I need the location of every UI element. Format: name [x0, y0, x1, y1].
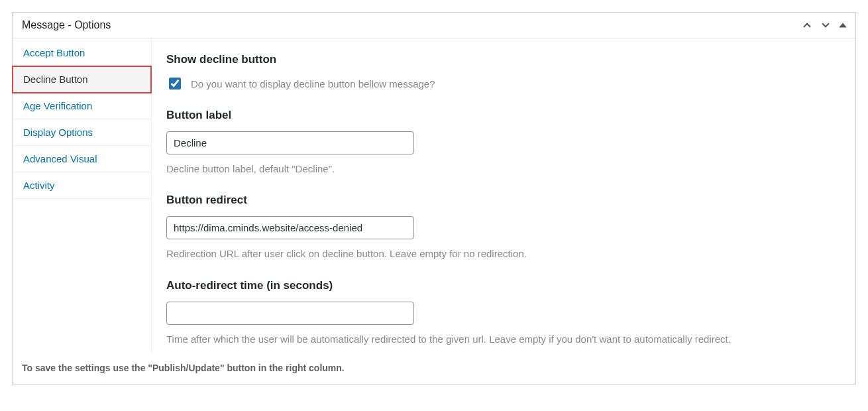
- tab-content: Show decline button Do you want to displ…: [152, 38, 855, 353]
- tab-accept-button[interactable]: Accept Button: [13, 40, 151, 66]
- tab-decline-button[interactable]: Decline Button: [13, 66, 151, 93]
- settings-panel: Message - Options Accept Button Decline …: [12, 12, 856, 384]
- input-button-redirect[interactable]: [166, 216, 414, 239]
- help-button-redirect: Redirection URL after user click on decl…: [166, 246, 841, 261]
- help-auto-redirect: Time after which the user will be automa…: [166, 331, 841, 347]
- chevron-up-icon[interactable]: [801, 19, 813, 31]
- heading-button-label: Button label: [166, 109, 841, 122]
- panel-actions: [801, 19, 847, 31]
- heading-show-decline: Show decline button: [166, 53, 841, 66]
- panel-header: Message - Options: [13, 13, 855, 38]
- label-show-decline: Do you want to display decline button be…: [191, 78, 435, 89]
- collapse-icon[interactable]: [838, 21, 847, 30]
- tabs-sidebar: Accept Button Decline Button Age Verific…: [13, 38, 152, 353]
- input-button-label[interactable]: [166, 131, 414, 154]
- tab-advanced-visual[interactable]: Advanced Visual: [13, 146, 151, 172]
- tab-display-options[interactable]: Display Options: [13, 119, 151, 146]
- tab-age-verification[interactable]: Age Verification: [13, 93, 151, 119]
- checkbox-show-decline[interactable]: [169, 78, 181, 89]
- chevron-down-icon[interactable]: [820, 19, 832, 31]
- tab-activity[interactable]: Activity: [13, 172, 151, 199]
- panel-body: Accept Button Decline Button Age Verific…: [13, 38, 855, 353]
- svg-marker-0: [839, 23, 847, 28]
- heading-button-redirect: Button redirect: [166, 194, 841, 207]
- input-auto-redirect[interactable]: [166, 302, 414, 325]
- footer-note: To save the settings use the "Publish/Up…: [13, 353, 855, 384]
- heading-auto-redirect: Auto-redirect time (in seconds): [166, 279, 841, 292]
- panel-title: Message - Options: [22, 19, 111, 31]
- field-show-decline: Do you want to display decline button be…: [166, 76, 841, 91]
- help-button-label: Decline button label, default "Decline".: [166, 161, 841, 176]
